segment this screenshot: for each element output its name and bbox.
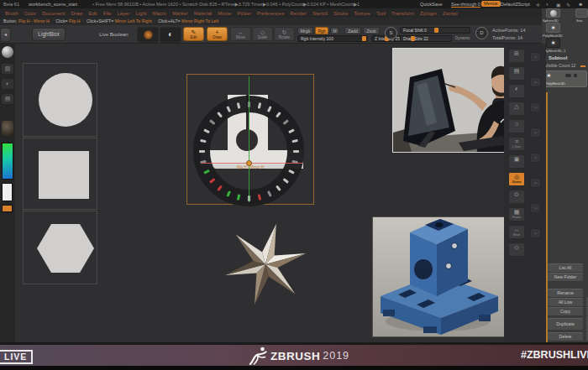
edit-mode-button[interactable]: ✎Edit — [183, 27, 204, 41]
texture-thumb[interactable]: ▤ — [2, 94, 13, 104]
mrgb-button[interactable]: Mrgb — [297, 27, 313, 34]
right-shelf-mini-button-2[interactable]: ▫ — [530, 102, 541, 112]
menu-item-tool[interactable]: Tool — [376, 11, 386, 16]
dynamic-toggle[interactable]: Dynamic — [455, 36, 470, 40]
menu-item-texture[interactable]: Texture — [354, 11, 370, 16]
menu-item-render[interactable]: Render — [290, 11, 307, 16]
right-shelf-button-frame[interactable]: ▦Frame — [508, 207, 525, 221]
tool-thumb-polymesh3d[interactable]: ✶ — [546, 23, 560, 33]
zoom-doc-icon[interactable]: ◐ — [546, 2, 549, 7]
menu-item-stroke[interactable]: Stroke — [333, 11, 348, 16]
zsub-button[interactable]: Zsub — [363, 27, 380, 34]
menu-item-transform[interactable]: Transform — [391, 11, 414, 16]
radial-menu-gizmo[interactable]: Flip H - Mirror H — [186, 74, 314, 205]
right-shelf-button-0[interactable]: ⊞ — [508, 49, 525, 63]
subtool-header[interactable]: Subtool — [549, 55, 567, 60]
focal-shift-handle[interactable] — [434, 28, 438, 33]
menu-item-marker[interactable]: Marker — [172, 11, 188, 16]
menu-item-layer[interactable]: Layer — [117, 11, 129, 16]
secondary-color-swatch[interactable] — [2, 205, 13, 212]
copy-button[interactable]: Copy — [548, 307, 583, 316]
circle-shape[interactable] — [39, 73, 92, 127]
paintbrush-toggle-icon[interactable] — [574, 74, 577, 77]
menu-item-edit[interactable]: Edit — [88, 11, 97, 16]
sculptris-s-icon[interactable]: S — [385, 27, 397, 39]
dynamic-d-icon[interactable]: D — [475, 27, 488, 39]
menu-item-brush[interactable]: Brush — [5, 11, 18, 16]
zadd-button[interactable]: Zadd — [344, 27, 361, 34]
material-thumb[interactable] — [2, 121, 13, 136]
menu-item-zscript[interactable]: Zscript — [443, 11, 458, 16]
current-brush-thumb[interactable] — [2, 46, 13, 58]
menu-item-preferences[interactable]: Preferences — [257, 11, 284, 16]
scale-mode-button[interactable]: ◇Scale — [252, 27, 273, 41]
right-shelf-button-8[interactable]: ⊙ — [508, 190, 525, 204]
rgb-intensity-handle[interactable] — [362, 36, 366, 41]
menus-button[interactable]: Menus — [481, 1, 501, 7]
menu-item-color[interactable]: Color — [24, 11, 36, 16]
brush-preview[interactable] — [137, 27, 159, 43]
right-shelf-mini-button-5[interactable]: ▫ — [530, 178, 541, 188]
menu-item-movie[interactable]: Movie — [218, 11, 231, 16]
live-boolean-toggle[interactable]: Live Boolean — [99, 32, 129, 37]
new-folder-button[interactable]: New Folder — [548, 273, 583, 282]
draw-size-handle[interactable] — [411, 36, 415, 41]
rename-button[interactable]: Rename — [548, 289, 583, 298]
right-shelf-button-6[interactable]: ▣ — [508, 154, 525, 169]
color-picker-gradient[interactable] — [2, 143, 13, 180]
tool-thumb-polymesh3d-1[interactable]: ✶ — [546, 38, 560, 48]
rgb-button[interactable]: Rgb — [315, 27, 328, 34]
tool-label-partial[interactable]: Sna — [576, 18, 582, 23]
right-shelf-button-3[interactable]: △ — [508, 102, 525, 116]
menu-item-picker[interactable]: Picker — [237, 11, 251, 16]
eye-visibility-icon[interactable] — [565, 74, 571, 77]
pan-icon[interactable]: ✛ — [536, 2, 540, 8]
right-shelf-button-move[interactable]: ↔Move — [508, 225, 525, 239]
menu-item-stencil[interactable]: Stencil — [312, 11, 328, 16]
radial-menu-tick-icon[interactable] — [199, 150, 205, 153]
menu-item-document[interactable]: Document — [42, 11, 65, 16]
tool-thumb-sphere3d[interactable] — [546, 8, 560, 18]
subtool-scroll-nub[interactable] — [580, 65, 585, 67]
main-color-swatch[interactable] — [2, 183, 13, 201]
menu-item-zplugin[interactable]: Zplugin — [420, 11, 437, 16]
menu-item-file[interactable]: File — [103, 11, 112, 16]
menu-item-macro[interactable]: Macro — [152, 11, 166, 16]
right-shelf-button-l-sym[interactable]: ≡L.Sym — [508, 137, 525, 151]
radial-menu-tick-icon[interactable] — [293, 150, 299, 153]
rotate-mode-button[interactable]: ↻Rotate — [274, 27, 295, 41]
draw-size-slider[interactable]: Draw Size 22 — [400, 35, 452, 42]
right-shelf-mini-button-1[interactable]: ▫ — [530, 77, 541, 87]
stroke-picker[interactable]: ◐ — [160, 27, 181, 43]
m-button[interactable]: M — [330, 27, 339, 34]
square-shape[interactable] — [39, 151, 89, 199]
right-shelf-mini-button-3[interactable]: ▫ — [530, 128, 541, 138]
right-shelf-mini-button-4[interactable]: ▫ — [530, 153, 541, 163]
delete-button[interactable]: Delete — [548, 332, 583, 341]
move-mode-button[interactable]: ↔Move — [230, 27, 251, 41]
menu-item-light[interactable]: Light — [135, 11, 146, 16]
star-model[interactable] — [220, 219, 311, 310]
right-shelf-button-11[interactable]: ◇ — [508, 242, 525, 257]
right-shelf-button-4[interactable]: ⌂ — [508, 119, 525, 133]
stroke-thumb[interactable]: ▧ — [2, 64, 13, 74]
default-zscript-button[interactable]: DefaultZScript — [501, 2, 530, 7]
menu-item-draw[interactable]: Draw — [71, 11, 82, 16]
list-all-button[interactable]: List All — [548, 263, 583, 273]
brush-icon[interactable]: ✎ — [566, 2, 570, 8]
right-shelf-button-1[interactable]: ▤ — [508, 66, 525, 81]
subtool-row-selected[interactable]: ✶ PolyMesh3D — [543, 70, 587, 87]
lightbox-button[interactable]: LightBox — [32, 28, 66, 41]
all-low-button[interactable]: All Low — [548, 298, 583, 307]
see-through-slider[interactable]: See-through 0 — [451, 2, 480, 8]
right-shelf-button-gizmo[interactable]: ◎Gizmo — [508, 172, 525, 186]
duplicate-button[interactable]: Duplicate — [548, 318, 583, 331]
right-shelf-mini-button-6[interactable]: ▫ — [530, 203, 541, 213]
alpha-thumb[interactable]: ◐ — [2, 79, 13, 89]
menu-item-material[interactable]: Material — [194, 11, 212, 16]
draw-mode-button[interactable]: +Draw — [207, 27, 228, 41]
tool-thumb-partial[interactable] — [575, 8, 588, 18]
right-shelf-mini-button-7[interactable]: ▫ — [530, 228, 541, 238]
right-shelf-button-2[interactable]: ◐ — [508, 84, 525, 98]
focal-shift-slider[interactable]: Focal Shift 0 — [400, 27, 470, 34]
